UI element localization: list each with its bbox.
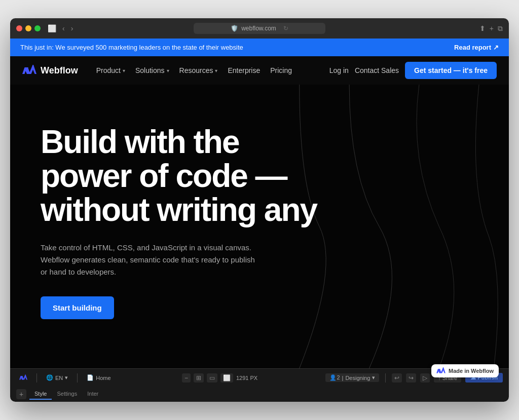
reload-icon: ↻ — [283, 25, 288, 32]
security-icon: 🛡️ — [231, 25, 238, 32]
hero-subtitle: Take control of HTML, CSS, and JavaScrip… — [41, 242, 264, 278]
nav-item-pricing[interactable]: Pricing — [266, 63, 296, 78]
panel-tab-settings[interactable]: Settings — [52, 389, 82, 400]
bottom-panels: + Style Settings Inter — [10, 387, 509, 402]
redo-icon[interactable]: ↪ — [406, 373, 416, 383]
address-bar[interactable]: 🛡️ webflow.com ↻ — [194, 23, 325, 34]
nav-links: Product ▾ Solutions ▾ Resources ▾ — [92, 63, 296, 78]
px-display: 1291 PX — [236, 375, 257, 381]
nav-item-resources[interactable]: Resources ▾ — [175, 63, 222, 78]
url-text: webflow.com — [241, 25, 276, 32]
designing-badge[interactable]: 👤2 | Designing ▾ — [325, 373, 379, 382]
enterprise-label: Enterprise — [228, 66, 260, 74]
external-link-icon: ↗ — [493, 44, 499, 51]
maximize-button[interactable] — [34, 25, 41, 31]
contact-sales-button[interactable]: Contact Sales — [355, 66, 399, 74]
tabs-icon[interactable]: ⧉ — [498, 24, 503, 33]
toolbar-divider-3 — [385, 373, 386, 383]
panel-tab-inter[interactable]: Inter — [82, 389, 103, 400]
nav-item-enterprise[interactable]: Enterprise — [224, 63, 264, 78]
forward-button[interactable]: › — [69, 23, 76, 33]
solutions-chevron-icon: ▾ — [167, 68, 169, 73]
toolbar-divider-2 — [77, 373, 78, 383]
close-button[interactable] — [16, 25, 22, 31]
read-report-label: Read report — [454, 44, 491, 51]
toolbar-center: − ⊞ ▭ ⬜ 1291 PX — [182, 373, 257, 383]
announcement-text: This just in: We surveyed 500 marketing … — [20, 44, 243, 51]
navbar-right: Log in Contact Sales Get started — it's … — [329, 62, 497, 79]
start-building-button[interactable]: Start building — [41, 296, 114, 319]
announcement-bar: This just in: We surveyed 500 marketing … — [10, 39, 509, 56]
minimize-button[interactable] — [25, 25, 31, 31]
login-button[interactable]: Log in — [329, 66, 349, 74]
share-icon[interactable]: ⬆ — [479, 24, 486, 32]
navbar: Webflow Product ▾ Solutions ▾ — [10, 56, 509, 85]
toolbar-divider-1 — [36, 373, 37, 383]
mac-titlebar: ⬜ ‹ › 🛡️ webflow.com ↻ ⬆ + ⧉ — [10, 18, 509, 39]
address-bar-container: 🛡️ webflow.com ↻ — [194, 23, 325, 34]
sidebar-toggle-icon[interactable]: ⬜ — [46, 23, 58, 33]
locale-text: 🌐 — [46, 374, 53, 381]
nav-item-product[interactable]: Product ▾ — [92, 63, 129, 78]
mobile-icon[interactable]: ▭ — [207, 373, 217, 383]
mode-divider: | — [342, 375, 344, 381]
toolbar-webflow-icon — [19, 374, 27, 381]
panel-tab-style[interactable]: Style — [29, 389, 52, 400]
nav-link-enterprise[interactable]: Enterprise — [224, 63, 264, 78]
made-in-webflow-icon — [436, 367, 446, 374]
page-label: Home — [96, 375, 110, 381]
tablet-icon[interactable]: ⬜ — [220, 373, 233, 383]
hero-title: Build with the power of code — without w… — [41, 125, 324, 227]
read-report-link[interactable]: Read report ↗ — [454, 44, 499, 51]
browser-nav-buttons: ⬜ ‹ › — [46, 23, 75, 33]
toolbar-logo-item — [16, 373, 30, 382]
mode-label: Designing — [345, 375, 370, 381]
nav-link-resources[interactable]: Resources ▾ — [175, 63, 222, 78]
webflow-logo-icon — [22, 65, 36, 76]
made-in-webflow-badge[interactable]: Made in Webflow — [431, 364, 499, 377]
get-started-button[interactable]: Get started — it's free — [405, 62, 497, 79]
titlebar-right-controls: ⬆ + ⧉ — [479, 24, 503, 33]
webflow-logo[interactable]: Webflow — [22, 65, 78, 76]
window-controls — [16, 25, 41, 31]
resources-chevron-icon: ▾ — [215, 68, 217, 73]
new-tab-icon[interactable]: + — [490, 24, 494, 32]
add-panel-button[interactable]: + — [16, 389, 26, 399]
mac-window: ⬜ ‹ › 🛡️ webflow.com ↻ ⬆ + ⧉ This just i… — [10, 18, 509, 402]
locale-label: EN — [55, 375, 63, 381]
resources-label: Resources — [179, 66, 213, 74]
navbar-left: Webflow Product ▾ Solutions ▾ — [22, 63, 296, 78]
page-icon: 📄 — [87, 374, 94, 381]
fit-screen-icon[interactable]: ⊞ — [194, 373, 204, 383]
solutions-label: Solutions — [135, 66, 165, 74]
preview-icon[interactable]: ▷ — [420, 373, 430, 383]
nav-link-product[interactable]: Product ▾ — [92, 63, 129, 78]
nav-item-solutions[interactable]: Solutions ▾ — [131, 63, 173, 78]
back-button[interactable]: ‹ — [60, 23, 67, 33]
toolbar-locale[interactable]: 🌐 EN ▾ — [43, 373, 71, 382]
hero-content: Build with the power of code — without w… — [41, 125, 324, 319]
locale-chevron: ▾ — [65, 374, 68, 381]
nav-link-pricing[interactable]: Pricing — [266, 63, 296, 78]
nav-link-solutions[interactable]: Solutions ▾ — [131, 63, 173, 78]
toolbar-page[interactable]: 📄 Home — [84, 373, 114, 382]
product-label: Product — [96, 66, 121, 74]
window-content: This just in: We surveyed 500 marketing … — [10, 39, 509, 402]
avatar-count: 👤2 — [329, 374, 340, 381]
webflow-brand-name: Webflow — [41, 65, 78, 76]
undo-icon[interactable]: ↩ — [392, 373, 402, 383]
hero-section: Build with the power of code — without w… — [10, 85, 509, 368]
product-chevron-icon: ▾ — [123, 68, 125, 73]
made-in-webflow-label: Made in Webflow — [449, 368, 494, 374]
mode-chevron: ▾ — [372, 374, 375, 381]
pricing-label: Pricing — [270, 66, 292, 74]
zoom-out-icon[interactable]: − — [182, 373, 191, 383]
